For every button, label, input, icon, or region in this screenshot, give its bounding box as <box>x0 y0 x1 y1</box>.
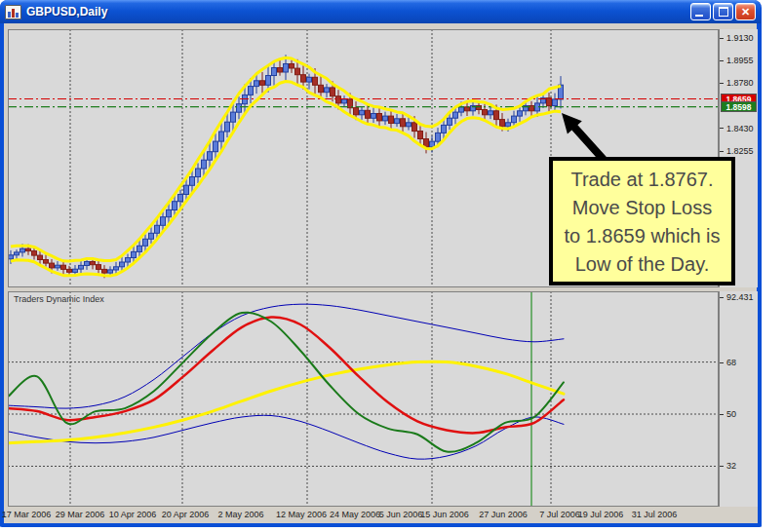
date-axis: 17 Mar 200629 Mar 200610 Apr 200620 Apr … <box>8 507 758 523</box>
ma-band-lower <box>11 82 561 277</box>
trade-annotation-box[interactable]: Trade at 1.8767. Move Stop Loss to 1.865… <box>549 157 735 285</box>
axis-tick <box>720 38 724 39</box>
chart-window: GBPUSD,Daily ✕ Traders Dynamic Index 1.9… <box>0 0 762 527</box>
annotation-line: Move Stop Loss <box>553 194 731 222</box>
axis-tick <box>720 83 724 84</box>
chart-icon <box>5 5 21 19</box>
entry-price-badge: 1.8598 <box>721 101 757 112</box>
ma-band-upper <box>11 57 561 261</box>
maximize-button[interactable] <box>713 3 733 20</box>
chart-client-area: Traders Dynamic Index 1.91301.89551.8780… <box>4 23 757 523</box>
titlebar[interactable]: GBPUSD,Daily ✕ <box>0 0 761 23</box>
minimize-icon <box>695 15 703 17</box>
annotation-line: Trade at 1.8767. <box>553 166 731 194</box>
close-icon: ✕ <box>741 7 750 18</box>
indicator-label: Traders Dynamic Index <box>14 294 104 304</box>
indicator-axis-label: 68 <box>726 358 736 367</box>
date-axis-label: 20 Apr 2006 <box>154 510 216 519</box>
date-axis-label: 2 May 2006 <box>210 510 272 519</box>
close-button[interactable]: ✕ <box>735 3 756 20</box>
axis-tick <box>720 297 724 298</box>
date-axis-label: 27 Jun 2006 <box>472 510 534 519</box>
annotation-line: Low of the Day. <box>553 250 731 279</box>
price-axis-label: 1.8780 <box>726 78 754 88</box>
axis-tick <box>720 151 724 152</box>
indicator-axis-label: 50 <box>726 409 736 419</box>
window-title: GBPUSD,Daily <box>26 5 107 19</box>
date-axis-label: 15 Jun 2006 <box>413 510 476 519</box>
axis-tick <box>720 60 724 61</box>
maximize-icon <box>719 7 728 17</box>
axis-tick <box>720 128 724 129</box>
price-axis-label: 1.8955 <box>726 56 754 65</box>
axis-tick <box>720 466 724 467</box>
arrow-annotation <box>562 113 608 164</box>
minimize-button[interactable] <box>690 3 711 20</box>
axis-tick <box>720 362 724 363</box>
price-axis-label: 1.8255 <box>726 146 754 156</box>
indicator-axis-label: 92.431 <box>726 292 754 302</box>
market-base-line <box>8 361 564 443</box>
price-axis-label: 1.9130 <box>726 33 754 43</box>
annotation-line: to 1.8659 which is <box>553 222 731 250</box>
price-axis-label: 1.8430 <box>726 124 754 133</box>
tdi-indicator-chart[interactable]: Traders Dynamic Index <box>8 291 719 507</box>
axis-tick <box>720 414 724 415</box>
indicator-axis-label: 32 <box>726 461 736 471</box>
rsi-price-line <box>8 313 564 452</box>
indicator-axis: 92.431685032 <box>719 291 758 507</box>
date-axis-label: 31 Jul 2006 <box>623 510 686 519</box>
